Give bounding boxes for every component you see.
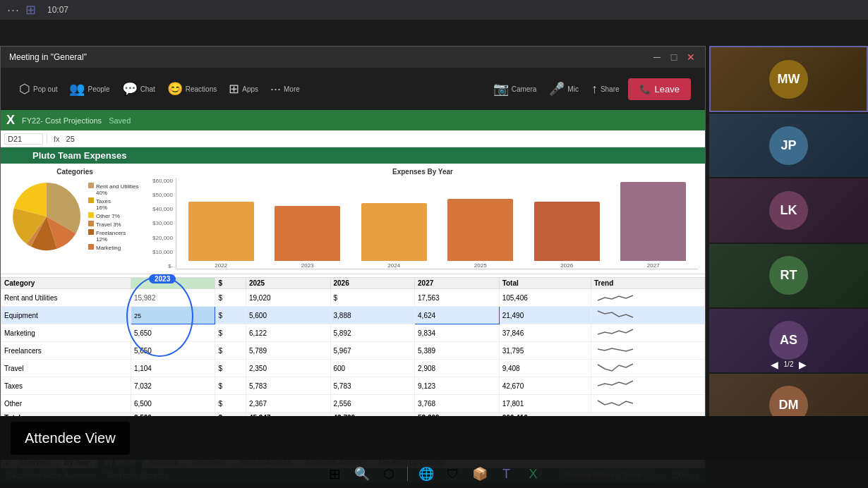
avatar-5: AS — [769, 321, 808, 360]
cell-trend — [591, 324, 705, 342]
shield-button[interactable]: 🛡 — [442, 463, 464, 485]
sheet-title-row: Pluto Team Expenses — [1, 147, 705, 164]
cell-dollar: $ — [215, 395, 246, 413]
cell-2025: 5,789 — [246, 342, 330, 360]
cell-2026: 3,888 — [330, 307, 415, 324]
apps-button[interactable]: ⊞ Apps — [224, 78, 263, 99]
cell-trend — [591, 395, 705, 413]
cell-2023-highlighted[interactable] — [131, 307, 215, 324]
camera-button[interactable]: 📷 Camera — [489, 78, 541, 99]
teams-grid-icon: ⊞ — [25, 2, 36, 18]
col-header-total: Total — [499, 278, 591, 289]
bar-2023-rect — [275, 206, 340, 261]
bar-2027-label: 2027 — [647, 262, 660, 269]
prev-page-btn[interactable]: ◀ — [771, 359, 778, 370]
toolbar-left: ⬡ Pop out 👥 People 💬 Chat 😊 Reactions ⊞ … — [15, 78, 304, 99]
popout-button[interactable]: ⬡ Pop out — [15, 78, 61, 99]
windows-start-button[interactable]: ⊞ — [324, 463, 346, 485]
cell-2025: 5,783 — [246, 377, 330, 395]
cell-category: Equipment — [1, 307, 131, 324]
meeting-title: Meeting in "General" — [9, 52, 87, 62]
people-button[interactable]: 👥 People — [65, 78, 114, 99]
pagination-overlay: ◀ 1/2 ▶ — [709, 359, 868, 370]
mic-icon: 🎤 — [549, 81, 565, 97]
y-label-30k: $30,000 — [152, 220, 173, 226]
edge-button[interactable]: 🌐 — [415, 463, 438, 485]
meeting-title-bar: Meeting in "General" ─ □ ✕ — [1, 47, 705, 68]
cell-category: Taxes — [1, 377, 131, 395]
leave-button[interactable]: 📞 Leave — [628, 78, 691, 100]
bar-2026-rect — [534, 202, 600, 261]
pie-chart-title: Categories — [8, 168, 142, 176]
cell-2023: 6,500 — [131, 395, 215, 413]
participant-video-2: JP — [709, 114, 868, 177]
bar-2022-label: 2022 — [215, 262, 227, 269]
spreadsheet-area[interactable]: Pluto Team Expenses Categories — [1, 147, 705, 450]
trend-sparkline — [594, 379, 640, 391]
more-button[interactable]: ··· More — [266, 79, 304, 99]
cell-2023: 7,032 — [131, 377, 215, 395]
cell-2026: 2,556 — [330, 395, 415, 413]
bar-2022: 2022 — [180, 202, 263, 269]
avatar-1: MW — [769, 60, 808, 99]
camera-icon: 📷 — [493, 81, 509, 97]
bar-2022-rect — [188, 202, 254, 261]
col-header-2027: 2027 — [415, 278, 500, 289]
table-row: Rent and Utilities 15,982 $ 19,020 $ 17,… — [1, 289, 705, 307]
cell-trend — [591, 307, 705, 324]
cell-dollar: $ — [215, 342, 246, 360]
cell-dollar: $ — [215, 377, 246, 395]
cell-total: 17,801 — [499, 395, 591, 413]
toolbar-right: 📷 Camera 🎤 Mic ↑ Share 📞 Leave — [489, 78, 691, 100]
bar-2023-label: 2023 — [301, 262, 314, 269]
table-row-highlighted: Equipment $ 5,600 3,888 4,624 21,490 — [1, 307, 705, 324]
minimize-btn[interactable]: ─ — [651, 51, 663, 63]
avatar-4: RT — [769, 256, 808, 295]
cell-2025: 5,600 — [246, 307, 330, 324]
formula-content[interactable]: 25 — [66, 135, 701, 143]
formula-divider — [47, 133, 47, 145]
table-row: Travel 1,104 $ 2,350 600 2,908 9,408 — [1, 360, 705, 377]
cell-dollar: $ — [215, 307, 246, 324]
pie-chart-container: Categories — [8, 168, 142, 269]
trend-sparkline — [594, 396, 640, 409]
video-feed-4: RT — [709, 244, 868, 307]
share-button[interactable]: ↑ Share — [587, 79, 624, 99]
bars-area: 2022 2023 2024 — [176, 178, 698, 269]
close-btn[interactable]: ✕ — [685, 51, 697, 63]
mic-button[interactable]: 🎤 Mic — [545, 78, 583, 99]
cell-category: Marketing — [1, 324, 131, 342]
table-row: Taxes 7,032 $ 5,783 5,783 9,123 42,670 — [1, 377, 705, 395]
maximize-btn[interactable]: □ — [668, 51, 680, 63]
cell-2025: 2,350 — [246, 360, 330, 377]
cell-2027: 2,908 — [415, 360, 500, 377]
table-row: Freelancers 5,650 $ 5,789 5,967 5,389 31… — [1, 342, 705, 360]
teams-header: ··· ⊞ 10:07 — [0, 0, 868, 20]
pie-chart-svg — [8, 178, 85, 255]
table-row: Other 6,500 $ 2,367 2,556 3,768 17,801 — [1, 395, 705, 413]
cell-category: Rent and Utilities — [1, 289, 131, 307]
cell-category: Travel — [1, 360, 131, 377]
search-taskbar-button[interactable]: 🔍 — [351, 463, 373, 485]
cell-input[interactable] — [134, 312, 162, 319]
excel-taskbar-button[interactable]: X — [522, 463, 545, 485]
video-feed-2: JP — [709, 114, 868, 177]
cell-total: 37,846 — [499, 324, 591, 342]
cell-2023: 1,104 — [131, 360, 215, 377]
task-view-button[interactable]: ⬡ — [378, 463, 400, 485]
chat-button[interactable]: 💬 Chat — [118, 78, 159, 99]
teams-menu-icon[interactable]: ··· — [7, 3, 20, 18]
cell-trend — [591, 342, 705, 360]
teams-taskbar-button[interactable]: T — [495, 463, 518, 485]
next-page-btn[interactable]: ▶ — [799, 359, 807, 370]
cell-dollar: $ — [215, 360, 246, 377]
reactions-button[interactable]: 😊 Reactions — [163, 78, 221, 99]
store-button[interactable]: 📦 — [469, 463, 491, 485]
cell-total: 42,670 — [499, 377, 591, 395]
participant-video-1: MW — [709, 46, 868, 112]
cell-reference[interactable]: D21 — [4, 133, 43, 145]
y-label-10k: $10,000 — [152, 249, 173, 255]
bar-2025: 2025 — [440, 199, 522, 269]
meeting-toolbar: ⬡ Pop out 👥 People 💬 Chat 😊 Reactions ⊞ … — [1, 68, 705, 110]
y-label-40k: $40,000 — [152, 206, 173, 212]
